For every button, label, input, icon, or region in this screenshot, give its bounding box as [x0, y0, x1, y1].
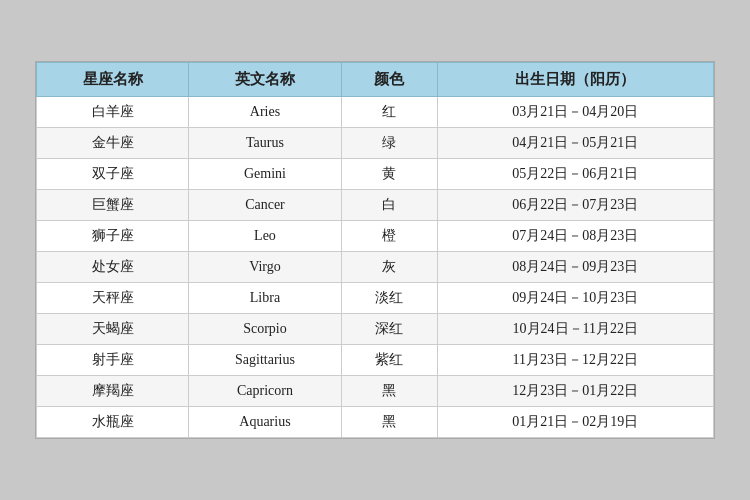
table-cell: Taurus: [189, 128, 341, 159]
table-cell: 金牛座: [37, 128, 189, 159]
table-cell: 灰: [341, 252, 437, 283]
table-cell: 12月23日－01月22日: [437, 376, 713, 407]
table-row: 白羊座Aries红03月21日－04月20日: [37, 97, 714, 128]
table-header-row: 星座名称英文名称颜色出生日期（阳历）: [37, 63, 714, 97]
zodiac-table: 星座名称英文名称颜色出生日期（阳历） 白羊座Aries红03月21日－04月20…: [36, 62, 714, 438]
table-row: 狮子座Leo橙07月24日－08月23日: [37, 221, 714, 252]
table-cell: Aries: [189, 97, 341, 128]
table-cell: 黑: [341, 376, 437, 407]
table-row: 摩羯座Capricorn黑12月23日－01月22日: [37, 376, 714, 407]
table-cell: 07月24日－08月23日: [437, 221, 713, 252]
table-cell: 白: [341, 190, 437, 221]
table-header-cell: 出生日期（阳历）: [437, 63, 713, 97]
table-cell: 06月22日－07月23日: [437, 190, 713, 221]
table-row: 天秤座Libra淡红09月24日－10月23日: [37, 283, 714, 314]
table-header-cell: 英文名称: [189, 63, 341, 97]
table-cell: Gemini: [189, 159, 341, 190]
table-row: 双子座Gemini黄05月22日－06月21日: [37, 159, 714, 190]
table-cell: Aquarius: [189, 407, 341, 438]
table-row: 处女座Virgo灰08月24日－09月23日: [37, 252, 714, 283]
table-cell: 巨蟹座: [37, 190, 189, 221]
table-cell: 11月23日－12月22日: [437, 345, 713, 376]
table-cell: 摩羯座: [37, 376, 189, 407]
table-cell: 03月21日－04月20日: [437, 97, 713, 128]
table-cell: 橙: [341, 221, 437, 252]
table-cell: Sagittarius: [189, 345, 341, 376]
table-cell: 黄: [341, 159, 437, 190]
table-cell: Scorpio: [189, 314, 341, 345]
table-row: 天蝎座Scorpio深红10月24日－11月22日: [37, 314, 714, 345]
table-cell: 天蝎座: [37, 314, 189, 345]
table-body: 白羊座Aries红03月21日－04月20日金牛座Taurus绿04月21日－0…: [37, 97, 714, 438]
table-cell: 紫红: [341, 345, 437, 376]
table-cell: 04月21日－05月21日: [437, 128, 713, 159]
table-cell: 08月24日－09月23日: [437, 252, 713, 283]
table-cell: Virgo: [189, 252, 341, 283]
table-cell: 01月21日－02月19日: [437, 407, 713, 438]
table-row: 巨蟹座Cancer白06月22日－07月23日: [37, 190, 714, 221]
table-cell: 深红: [341, 314, 437, 345]
table-cell: Leo: [189, 221, 341, 252]
table-cell: 05月22日－06月21日: [437, 159, 713, 190]
table-row: 水瓶座Aquarius黑01月21日－02月19日: [37, 407, 714, 438]
table-cell: Capricorn: [189, 376, 341, 407]
table-header-cell: 颜色: [341, 63, 437, 97]
table-header-cell: 星座名称: [37, 63, 189, 97]
table-cell: 水瓶座: [37, 407, 189, 438]
table-cell: 狮子座: [37, 221, 189, 252]
zodiac-table-container: 星座名称英文名称颜色出生日期（阳历） 白羊座Aries红03月21日－04月20…: [35, 61, 715, 439]
table-cell: 处女座: [37, 252, 189, 283]
table-cell: 淡红: [341, 283, 437, 314]
table-cell: 09月24日－10月23日: [437, 283, 713, 314]
table-cell: 天秤座: [37, 283, 189, 314]
table-cell: Cancer: [189, 190, 341, 221]
table-cell: 黑: [341, 407, 437, 438]
table-cell: 射手座: [37, 345, 189, 376]
table-cell: Libra: [189, 283, 341, 314]
table-row: 射手座Sagittarius紫红11月23日－12月22日: [37, 345, 714, 376]
table-cell: 白羊座: [37, 97, 189, 128]
table-cell: 绿: [341, 128, 437, 159]
table-cell: 红: [341, 97, 437, 128]
table-cell: 双子座: [37, 159, 189, 190]
table-cell: 10月24日－11月22日: [437, 314, 713, 345]
table-row: 金牛座Taurus绿04月21日－05月21日: [37, 128, 714, 159]
